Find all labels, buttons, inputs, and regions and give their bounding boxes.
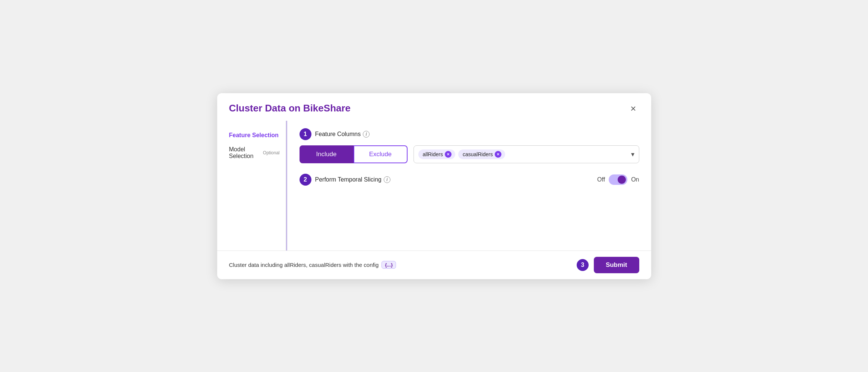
main-content: 1 Feature Columns i Include Exclude	[286, 121, 651, 250]
temporal-toggle-switch[interactable]	[609, 174, 627, 185]
footer-right: 3 Submit	[577, 257, 639, 273]
toggle-on-label: On	[631, 176, 639, 183]
include-exclude-toggle: Include Exclude	[300, 145, 408, 163]
section2-header: 2 Perform Temporal Slicing i	[300, 174, 390, 186]
remove-casualRiders[interactable]: ×	[495, 151, 501, 158]
sidebar-item-feature-selection[interactable]: Feature Selection	[229, 128, 280, 142]
close-button[interactable]: ×	[627, 102, 639, 115]
modal-footer: Cluster data including allRiders, casual…	[217, 250, 651, 279]
modal-title: Cluster Data on BikeShare	[229, 103, 351, 114]
toggle-off-label: Off	[597, 176, 605, 183]
modal-container: Cluster Data on BikeShare × Feature Sele…	[217, 93, 651, 279]
exclude-button[interactable]: Exclude	[354, 145, 408, 163]
config-badge[interactable]: {...}	[381, 261, 396, 269]
submit-button[interactable]: Submit	[594, 257, 639, 273]
toggle-slider	[609, 174, 627, 185]
footer-text: Cluster data including allRiders, casual…	[229, 261, 396, 269]
step3-badge: 3	[577, 259, 589, 271]
section2-label: Perform Temporal Slicing i	[315, 176, 390, 183]
divider-line	[286, 121, 287, 250]
section1-header: 1 Feature Columns i	[300, 128, 639, 140]
tag-allRiders: allRiders ×	[418, 149, 455, 159]
include-button[interactable]: Include	[300, 145, 354, 163]
modal-body: Feature Selection Model Selection Option…	[217, 121, 651, 250]
remove-allRiders[interactable]: ×	[445, 151, 452, 158]
optional-badge: Optional	[263, 150, 280, 155]
toggle-group: Include Exclude	[300, 145, 408, 163]
sidebar: Feature Selection Model Selection Option…	[217, 121, 286, 250]
feature-columns-row: Include Exclude allRiders × casualRiders…	[300, 145, 639, 163]
temporal-row: 2 Perform Temporal Slicing i Off On	[300, 174, 639, 186]
temporal-toggle-wrap: Off On	[597, 174, 639, 185]
step2-badge: 2	[300, 174, 311, 186]
modal-header: Cluster Data on BikeShare ×	[217, 93, 651, 121]
dropdown-arrow-icon[interactable]: ▾	[631, 150, 634, 158]
temporal-info-icon[interactable]: i	[384, 176, 390, 183]
feature-columns-section: 1 Feature Columns i Include Exclude	[298, 128, 639, 163]
tags-dropdown[interactable]: allRiders × casualRiders × ▾	[414, 145, 639, 163]
section1-label: Feature Columns i	[315, 131, 370, 138]
temporal-slicing-section: 2 Perform Temporal Slicing i Off On	[298, 174, 639, 186]
sidebar-item-model-selection[interactable]: Model Selection Optional	[229, 142, 280, 163]
step1-badge: 1	[300, 128, 311, 140]
feature-columns-info-icon[interactable]: i	[363, 131, 370, 138]
tag-casualRiders: casualRiders ×	[458, 149, 505, 159]
